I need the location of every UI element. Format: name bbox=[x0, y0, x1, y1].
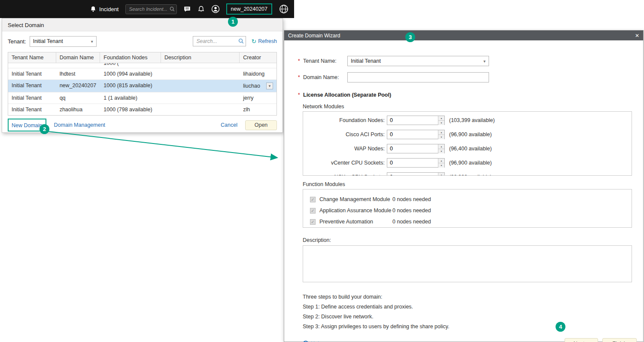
new-domain-link[interactable]: New Domain bbox=[12, 122, 43, 128]
search-icon[interactable] bbox=[238, 38, 244, 44]
application-assurance-nodes-needed: 0 nodes needed bbox=[392, 208, 431, 214]
nsx-v-cpu-sockets-label: NSX-v CPU Sockets: bbox=[303, 174, 387, 176]
cell-domain: qq bbox=[56, 92, 100, 104]
cancel-link[interactable]: Cancel bbox=[221, 122, 237, 128]
refresh-icon: ↻ bbox=[251, 38, 256, 45]
domain-name-input[interactable] bbox=[347, 72, 489, 82]
table-row[interactable]: Initial Tenant qq 1 (1 available) jerry bbox=[8, 92, 276, 104]
cell-nodes: 1000 (798 available) bbox=[100, 104, 161, 115]
domain-table-header: Tenant Name Domain Name Foundation Nodes… bbox=[8, 52, 276, 63]
license-section-label: License Allocation (Separate Pool) bbox=[303, 92, 391, 98]
cisco-aci-ports-available: (96,900 available) bbox=[449, 131, 492, 137]
cell-description bbox=[161, 104, 240, 115]
spinner-down-icon[interactable]: ▾ bbox=[438, 135, 444, 139]
cell-nodes: 1000 (815 available) bbox=[100, 80, 161, 92]
wizard-tenant-select[interactable]: Initial Tenant ▾ bbox=[347, 56, 489, 66]
table-row-selected[interactable]: Initial Tenant new_20240207 1000 (815 av… bbox=[8, 80, 276, 92]
table-row[interactable]: Initial Tenant lhdtest 1000 (994 availab… bbox=[8, 68, 276, 80]
open-button[interactable]: Open bbox=[245, 120, 277, 130]
wizard-tenant-value: Initial Tenant bbox=[351, 58, 381, 64]
function-modules-label: Function Modules bbox=[303, 181, 643, 187]
table-row-partial[interactable]: 1000 ( bbox=[8, 63, 276, 68]
col-creator[interactable]: Creator bbox=[240, 52, 276, 63]
support-button[interactable] bbox=[279, 4, 289, 14]
description-textarea[interactable] bbox=[303, 245, 632, 282]
cell-domain: zhaolihua bbox=[56, 104, 100, 115]
next-button[interactable]: Next > bbox=[565, 338, 598, 342]
cell-creator: jerry bbox=[243, 95, 253, 101]
col-description[interactable]: Description bbox=[161, 52, 240, 63]
spinner-up-icon[interactable]: ▴ bbox=[438, 130, 444, 135]
network-module-row: WAP Nodes: ▴▾ (96,400 available) bbox=[303, 144, 632, 153]
annotation-step-3: 3 bbox=[405, 32, 415, 42]
refresh-button[interactable]: ↻ Refresh bbox=[251, 38, 277, 45]
preventive-automation-nodes-needed: 0 nodes needed bbox=[392, 219, 431, 225]
wap-nodes-input[interactable] bbox=[387, 144, 438, 153]
cell-creator: lihaidong bbox=[243, 71, 264, 77]
foundation-nodes-input[interactable] bbox=[387, 116, 438, 125]
tenant-label: Tenant: bbox=[8, 38, 26, 45]
row-actions-dropdown[interactable]: ▾ bbox=[266, 82, 273, 89]
cell-domain: lhdtest bbox=[56, 68, 100, 79]
cell-tenant: Initial Tenant bbox=[8, 104, 56, 115]
spinner-down-icon[interactable]: ▾ bbox=[438, 121, 444, 125]
wizard-body: * Tenant Name: Initial Tenant ▾ * Domain… bbox=[284, 56, 643, 342]
nsx-v-cpu-sockets-available: (96,900 available) bbox=[449, 174, 492, 176]
current-domain-button[interactable]: new_20240207 bbox=[226, 3, 273, 15]
vcenter-cpu-sockets-input[interactable] bbox=[387, 159, 438, 167]
incident-menu[interactable]: Incident bbox=[90, 6, 119, 12]
required-icon: * bbox=[298, 74, 303, 80]
col-tenant-name[interactable]: Tenant Name bbox=[8, 52, 56, 63]
notifications-button[interactable] bbox=[197, 6, 205, 13]
checkbox-checked-icon[interactable]: ✓ bbox=[310, 197, 316, 202]
spinner-down-icon[interactable]: ▾ bbox=[438, 163, 444, 168]
tenant-select-value: Initial Tenant bbox=[33, 38, 63, 44]
checkbox-checked-icon[interactable]: ✓ bbox=[310, 208, 316, 214]
top-navbar: Incident new_20240207 bbox=[0, 0, 294, 18]
cell-domain: new_20240207 bbox=[56, 80, 100, 92]
close-icon[interactable]: ✕ bbox=[635, 33, 639, 39]
network-module-row: vCenter CPU Sockets: ▴▾ (96,900 availabl… bbox=[303, 158, 632, 168]
vcenter-cpu-sockets-label: vCenter CPU Sockets: bbox=[303, 160, 387, 166]
spinner-up-icon[interactable]: ▴ bbox=[438, 144, 444, 149]
cisco-aci-ports-input[interactable] bbox=[387, 130, 438, 139]
function-module-row: ✓ Change Management Module 0 nodes neede… bbox=[310, 194, 632, 205]
wap-nodes-label: WAP Nodes: bbox=[303, 146, 387, 152]
required-icon: * bbox=[298, 58, 303, 64]
col-foundation-nodes[interactable]: Foundation Nodes bbox=[100, 52, 161, 63]
step-2-text: Step 2: Discover live network. bbox=[303, 314, 643, 320]
domain-management-link[interactable]: Domain Management bbox=[54, 122, 106, 128]
user-account-button[interactable] bbox=[211, 5, 220, 13]
preventive-automation-label: Preventive Automation bbox=[319, 219, 392, 225]
foundation-nodes-stepper: ▴▾ bbox=[387, 116, 445, 125]
cell-tenant: Initial Tenant bbox=[8, 80, 56, 92]
nsx-v-cpu-sockets-input[interactable] bbox=[387, 173, 438, 176]
incident-alarm-icon bbox=[90, 6, 97, 12]
spinner-up-icon[interactable]: ▴ bbox=[438, 173, 444, 176]
tenant-select[interactable]: Initial Tenant ▾ bbox=[30, 36, 97, 47]
table-row[interactable]: Initial Tenant zhaolihua 1000 (798 avail… bbox=[8, 104, 276, 115]
finish-button[interactable]: Finish bbox=[602, 338, 637, 342]
messages-button[interactable] bbox=[183, 5, 191, 13]
description-label: Description: bbox=[303, 237, 643, 243]
vcenter-cpu-sockets-stepper: ▴▾ bbox=[387, 158, 445, 168]
spinner-down-icon[interactable]: ▾ bbox=[438, 149, 444, 153]
wizard-steps-text: Three steps to build your domain: Step 1… bbox=[303, 294, 643, 330]
cell-description bbox=[161, 80, 240, 92]
cell-tenant: Initial Tenant bbox=[8, 92, 56, 104]
create-domain-wizard: Create Domain Wizard ✕ * Tenant Name: In… bbox=[284, 30, 644, 342]
vcenter-cpu-sockets-available: (96,900 available) bbox=[449, 160, 492, 166]
network-module-row: NSX-v CPU Sockets: ▴▾ (96,900 available) bbox=[303, 172, 632, 176]
col-domain-name[interactable]: Domain Name bbox=[56, 52, 100, 63]
spinner-up-icon[interactable]: ▴ bbox=[438, 159, 444, 163]
wizard-footer: ? Help Next > Finish bbox=[303, 338, 637, 342]
spinner-up-icon[interactable]: ▴ bbox=[438, 116, 444, 121]
domain-name-row: * Domain Name: bbox=[298, 72, 643, 82]
checkbox-checked-icon[interactable]: ✓ bbox=[310, 219, 316, 225]
domain-name-label: Domain Name: bbox=[303, 74, 347, 80]
step-1-text: Step 1: Define access credentials and pr… bbox=[303, 304, 643, 310]
license-section-row: * License Allocation (Separate Pool) bbox=[298, 92, 643, 98]
change-management-nodes-needed: 0 nodes needed bbox=[392, 196, 431, 202]
incident-label: Incident bbox=[99, 6, 119, 12]
search-icon[interactable] bbox=[169, 6, 175, 12]
